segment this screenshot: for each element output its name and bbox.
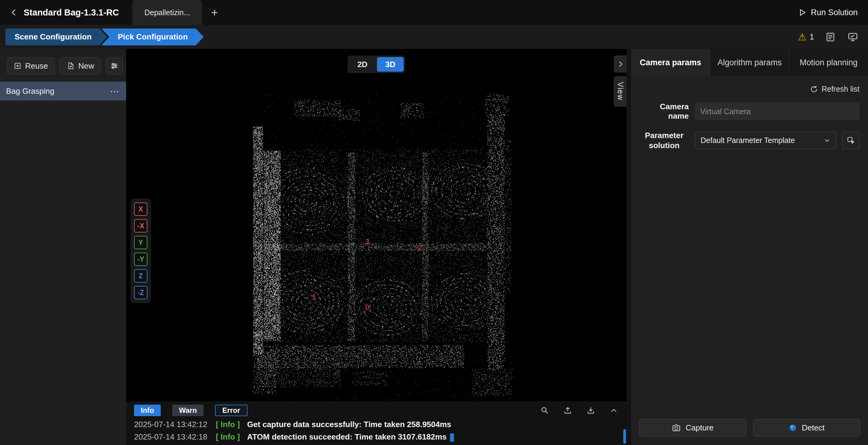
reuse-icon bbox=[14, 62, 22, 70]
pointer-select-icon bbox=[847, 136, 855, 145]
device-monitor-icon[interactable] bbox=[847, 31, 859, 43]
axis-x-button[interactable]: X bbox=[134, 203, 147, 216]
breadcrumb-label: Pick Configuration bbox=[118, 32, 188, 41]
sidebar-item-bag-grasping[interactable]: Bag Grasping ⋯ bbox=[0, 82, 126, 100]
tab-motion-planning[interactable]: Motion planning bbox=[789, 49, 868, 76]
tab-label: Depalletizin... bbox=[144, 8, 190, 17]
axis-neg-y-button[interactable]: -Y bbox=[134, 253, 147, 266]
log-timestamp: 2025-07-14 13:42:12 bbox=[134, 420, 207, 429]
title-bar-left: Standard Bag-1.3.1-RC Depalletizin... + bbox=[0, 0, 218, 25]
point-label-3: 3 bbox=[365, 237, 369, 246]
axis-y-button[interactable]: Y bbox=[134, 236, 147, 249]
detect-button[interactable]: Detect bbox=[753, 419, 860, 437]
params-tabs: Camera params Algorithm params Motion pl… bbox=[631, 49, 868, 76]
breadcrumb: Scene Configuration Pick Configuration bbox=[5, 29, 204, 46]
log-entries: 2025-07-14 13:42:12[ Info ]Get capture d… bbox=[126, 417, 627, 443]
config-toolbar: Scene Configuration Pick Configuration ⚠… bbox=[0, 25, 868, 49]
reuse-button[interactable]: Reuse bbox=[7, 57, 55, 75]
title-bar: Standard Bag-1.3.1-RC Depalletizin... + … bbox=[0, 0, 868, 25]
axis-z-button[interactable]: Z bbox=[134, 269, 147, 283]
parameter-solution-row: Parameter solution Default Parameter Tem… bbox=[631, 126, 868, 155]
more-options-icon[interactable]: ⋯ bbox=[110, 86, 120, 96]
tab-algorithm-params[interactable]: Algorithm params bbox=[710, 49, 789, 76]
capture-label: Capture bbox=[686, 423, 714, 433]
export-icon[interactable] bbox=[563, 406, 572, 415]
log-entry: 2025-07-14 13:42:18[ Info ]ATOM detectio… bbox=[134, 431, 619, 443]
refresh-list-button[interactable]: Refresh list bbox=[810, 85, 860, 93]
log-message: ATOM detection succeeded: Time taken 310… bbox=[247, 432, 447, 441]
log-message: Get capture data successfully: Time take… bbox=[247, 420, 451, 429]
sliders-icon bbox=[110, 62, 119, 70]
solution-title: Standard Bag-1.3.1-RC bbox=[24, 8, 119, 18]
panel-expand-button[interactable] bbox=[614, 56, 627, 72]
log-caret bbox=[450, 434, 454, 442]
point-label-1: 1 bbox=[312, 292, 316, 302]
refresh-icon bbox=[810, 85, 818, 93]
collapse-log-icon[interactable] bbox=[609, 406, 619, 415]
log-panel: Info Warn Error bbox=[126, 402, 627, 445]
log-filter-warn[interactable]: Warn bbox=[172, 405, 204, 416]
log-toolbar: Info Warn Error bbox=[126, 402, 627, 417]
detect-sphere-icon bbox=[788, 423, 797, 432]
log-level: [ Info ] bbox=[216, 432, 240, 441]
warning-indicator[interactable]: ⚠ 1 bbox=[798, 32, 814, 42]
new-label: New bbox=[78, 61, 94, 71]
sidebar-actions: Reuse New bbox=[0, 49, 126, 82]
play-icon bbox=[798, 8, 806, 17]
panel-actions: Capture Detect bbox=[631, 419, 868, 445]
point-cloud-viewport[interactable]: 2D 3D View X -X Y -Y Z -Z 0 1 2 bbox=[126, 49, 627, 402]
search-icon[interactable] bbox=[540, 406, 550, 415]
tab-camera-params[interactable]: Camera params bbox=[631, 49, 710, 76]
breadcrumb-pick-configuration[interactable]: Pick Configuration bbox=[101, 29, 204, 46]
add-tab-button[interactable]: + bbox=[211, 7, 218, 18]
app-root: Standard Bag-1.3.1-RC Depalletizin... + … bbox=[0, 0, 868, 445]
axis-neg-z-button[interactable]: -Z bbox=[134, 286, 147, 299]
point-cloud-canvas[interactable] bbox=[126, 49, 627, 402]
title-bar-right: Run Solution bbox=[798, 0, 868, 25]
parameter-solution-select[interactable]: Default Parameter Template bbox=[695, 132, 836, 149]
warning-icon: ⚠ bbox=[798, 32, 807, 42]
camera-icon bbox=[672, 423, 681, 432]
parameter-solution-label: Parameter solution bbox=[640, 130, 689, 150]
panel-spacer bbox=[631, 155, 868, 419]
run-solution-button[interactable]: Run Solution bbox=[798, 8, 858, 17]
log-notes-icon[interactable] bbox=[824, 31, 836, 43]
log-scrollbar-thumb[interactable] bbox=[623, 429, 626, 444]
view-mode-toggle: 2D 3D bbox=[347, 56, 405, 73]
axis-gizmo: X -X Y -Y Z -Z bbox=[131, 199, 151, 303]
new-button[interactable]: New bbox=[60, 57, 101, 75]
view-tab[interactable]: View bbox=[614, 76, 627, 107]
run-solution-label: Run Solution bbox=[811, 8, 858, 17]
list-options-button[interactable] bbox=[106, 57, 123, 75]
camera-name-input[interactable] bbox=[695, 102, 860, 120]
content-area: Reuse New Bag Grasping ⋯ bbox=[0, 49, 868, 445]
breadcrumb-label: Scene Configuration bbox=[14, 32, 92, 41]
log-level: [ Info ] bbox=[216, 420, 240, 429]
chevron-down-icon bbox=[824, 137, 831, 144]
camera-name-row: Camera name bbox=[631, 97, 868, 126]
back-icon[interactable] bbox=[7, 5, 21, 20]
download-icon[interactable] bbox=[586, 406, 596, 415]
main-column: 2D 3D View X -X Y -Y Z -Z 0 1 2 bbox=[126, 49, 627, 445]
log-timestamp: 2025-07-14 13:42:18 bbox=[134, 432, 207, 441]
camera-name-label: Camera name bbox=[640, 102, 689, 121]
workflow-item-label: Bag Grasping bbox=[6, 87, 54, 96]
axis-neg-x-button[interactable]: -X bbox=[134, 219, 147, 233]
refresh-list-label: Refresh list bbox=[822, 85, 860, 93]
detect-label: Detect bbox=[802, 423, 825, 433]
view-mode-3d-button[interactable]: 3D bbox=[377, 57, 404, 71]
log-filter-error[interactable]: Error bbox=[215, 405, 247, 416]
breadcrumb-scene-configuration[interactable]: Scene Configuration bbox=[5, 29, 107, 46]
select-parameter-button[interactable] bbox=[842, 132, 860, 149]
params-panel: Camera params Algorithm params Motion pl… bbox=[631, 49, 868, 445]
parameter-solution-value: Default Parameter Template bbox=[701, 136, 795, 145]
log-filter-info[interactable]: Info bbox=[134, 405, 161, 416]
view-mode-2d-button[interactable]: 2D bbox=[349, 57, 376, 71]
log-icons bbox=[540, 406, 619, 415]
new-file-icon bbox=[67, 62, 74, 70]
log-entry: 2025-07-14 13:42:12[ Info ]Get capture d… bbox=[134, 418, 619, 431]
capture-button[interactable]: Capture bbox=[639, 419, 746, 437]
tab-depalletizing[interactable]: Depalletizin... bbox=[132, 0, 202, 25]
point-label-0: 0 bbox=[365, 303, 369, 312]
toolbar-right: ⚠ 1 bbox=[798, 31, 859, 43]
